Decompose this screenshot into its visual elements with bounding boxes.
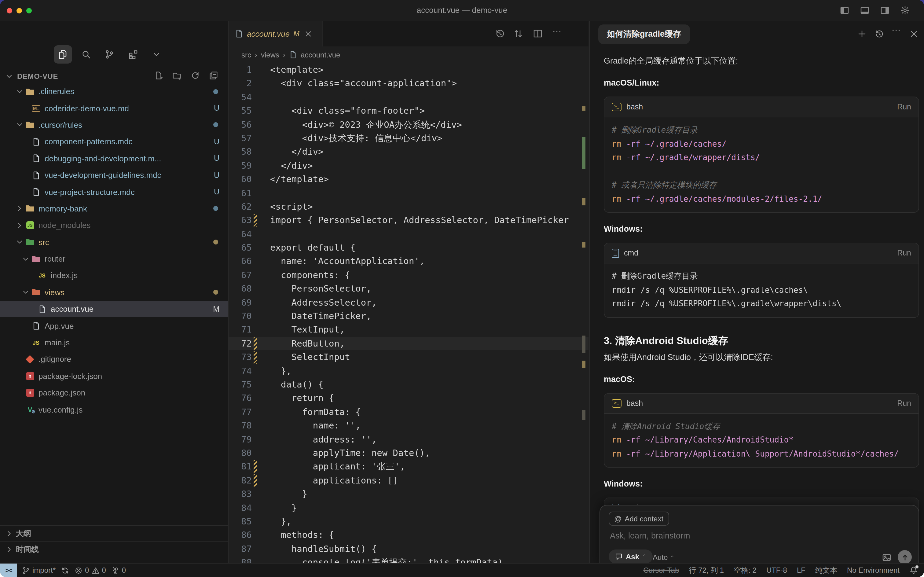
add-context-chip[interactable]: @ Add context	[608, 512, 669, 525]
code-line[interactable]: 79 address: '',	[229, 432, 589, 446]
code-line[interactable]: 78 name: '',	[229, 419, 589, 432]
files-icon[interactable]	[58, 50, 68, 59]
code-line[interactable]: 74 },	[229, 364, 589, 378]
code-line[interactable]: 67 components: {	[229, 268, 589, 282]
breadcrumb-item[interactable]: views	[261, 50, 279, 59]
more-views-chevron-icon[interactable]	[151, 50, 161, 59]
tree-item-src[interactable]: src	[0, 234, 228, 251]
status-item[interactable]: No Environment	[847, 566, 900, 575]
code-line[interactable]: 85 },	[229, 515, 589, 529]
code-line[interactable]: 55 <div class="form-footer">	[229, 104, 589, 118]
code-line[interactable]: 2 <div class="account-application">	[229, 77, 589, 90]
code-line[interactable]: 71 TextInput,	[229, 323, 589, 337]
status-item[interactable]: Cursor Tab	[644, 566, 679, 575]
send-button[interactable]	[898, 550, 912, 564]
outline-section[interactable]: 大纲	[0, 525, 228, 542]
code-block-body[interactable]: # 删除Gradle缓存目录rm -rf ~/.gradle/caches/rm…	[604, 118, 919, 212]
code-line[interactable]: 65export default {	[229, 241, 589, 255]
tab-account-vue[interactable]: account.vue M	[229, 21, 323, 47]
tree-item-.clinerules[interactable]: .clinerules	[0, 83, 228, 100]
tree-item-main.js[interactable]: JSmain.js	[0, 334, 228, 351]
code-line[interactable]: 62<script>	[229, 200, 589, 214]
tree-item-App.vue[interactable]: App.vue	[0, 318, 228, 334]
chat-history-icon[interactable]	[874, 29, 884, 39]
run-button[interactable]: Run	[897, 399, 911, 408]
code-line[interactable]: 58 </div>	[229, 145, 589, 159]
code-line[interactable]: 60</template>	[229, 172, 589, 186]
code-line[interactable]: 69 AddressSelector,	[229, 295, 589, 309]
toggle-panel-icon[interactable]	[860, 5, 869, 15]
chat-input-box[interactable]: @ Add context Ask, learn, brainstorm Ask…	[599, 505, 919, 564]
code-line[interactable]: 76 return {	[229, 392, 589, 405]
remote-indicator[interactable]: ><	[0, 564, 17, 577]
tree-item-component-patterns.mdc[interactable]: component-patterns.mdcU	[0, 133, 228, 150]
code-line[interactable]: 88 console.log('表单提交:', this.formData)	[229, 556, 589, 564]
git-branch-item[interactable]: import*	[22, 566, 56, 575]
tree-item-views[interactable]: views	[0, 284, 228, 301]
problems-item[interactable]: 0 0	[74, 566, 106, 575]
new-chat-icon[interactable]	[857, 29, 866, 39]
run-button[interactable]: Run	[897, 103, 911, 111]
status-item[interactable]: 纯文本	[815, 565, 837, 575]
code-line[interactable]: 83 }	[229, 487, 589, 501]
tree-item-.cursor-rules[interactable]: .cursor/rules	[0, 117, 228, 134]
tree-item-.gitignore[interactable]: .gitignore	[0, 351, 228, 368]
code-line[interactable]: 59 </div>	[229, 159, 589, 172]
tree-item-vue-development-guidelines.mdc[interactable]: vue-development-guidelines.mdcU	[0, 167, 228, 184]
ports-item[interactable]: 0	[111, 566, 126, 575]
new-folder-icon[interactable]	[172, 71, 182, 80]
chat-more-icon[interactable]: ⋯	[892, 24, 901, 35]
code-line[interactable]: 86 methods: {	[229, 529, 589, 542]
breadcrumb[interactable]: src› views› account.vue	[241, 47, 340, 63]
code-line[interactable]: 66 name: 'AccountApplication',	[229, 255, 589, 268]
tree-item-router[interactable]: router	[0, 251, 228, 268]
status-item[interactable]: LF	[797, 566, 805, 575]
more-actions-icon[interactable]: ⋯	[552, 26, 562, 37]
source-control-icon[interactable]	[105, 50, 114, 59]
code-line[interactable]: 87 handleSubmit() {	[229, 542, 589, 556]
tree-item-vue.config.js[interactable]: Vvue.config.js	[0, 401, 228, 418]
timeline-history-icon[interactable]	[495, 29, 505, 39]
code-line[interactable]: 57 <div>技术支持: 信息中心</div>	[229, 131, 589, 145]
code-line[interactable]: 64	[229, 227, 589, 241]
notifications-bell[interactable]	[910, 566, 918, 575]
code-line[interactable]: 77 formData: {	[229, 405, 589, 419]
model-selector[interactable]: Auto ⌃	[653, 553, 674, 562]
code-line[interactable]: 63import { PersonSelector, AddressSelect…	[229, 214, 589, 227]
tree-item-memory-bank[interactable]: memory-bank	[0, 200, 228, 217]
code-block-body[interactable]: # 清除Android Studio缓存rm -rf ~/Library/Cac…	[604, 414, 919, 467]
chat-tab[interactable]: 如何清除gradle缓存	[598, 24, 690, 44]
tree-item-node-modules[interactable]: JSnode_modules	[0, 217, 228, 234]
tree-item-vue-project-structure.mdc[interactable]: vue-project-structure.mdcU	[0, 184, 228, 200]
ask-mode-selector[interactable]: Ask ⌃	[608, 550, 652, 564]
breadcrumb-item[interactable]: src	[241, 50, 251, 59]
toggle-right-sidebar-icon[interactable]	[880, 5, 890, 15]
run-button[interactable]: Run	[897, 249, 911, 257]
status-item[interactable]: 行 72, 列 1	[689, 565, 724, 575]
timeline-section[interactable]: 时间线	[0, 541, 228, 558]
code-line[interactable]: 56 <div>© 2023 企业OA办公系统</div>	[229, 118, 589, 131]
tree-item-index.js[interactable]: JSindex.js	[0, 268, 228, 284]
explorer-header[interactable]: DEMO-VUE	[5, 70, 58, 83]
search-icon[interactable]	[81, 50, 91, 59]
status-item[interactable]: UTF-8	[766, 566, 787, 575]
compare-changes-icon[interactable]	[514, 29, 523, 39]
chat-input-placeholder[interactable]: Ask, learn, brainstorm	[610, 531, 690, 540]
code-block-body[interactable]: # 删除Gradle缓存目录rmdir /s /q %USERPROFILE%\…	[604, 263, 919, 317]
toggle-left-sidebar-icon[interactable]	[840, 5, 850, 15]
settings-gear-icon[interactable]	[900, 5, 910, 15]
extensions-icon[interactable]	[128, 50, 138, 59]
tree-item-package-lock.json[interactable]: npackage-lock.json	[0, 367, 228, 384]
code-line[interactable]: 61	[229, 186, 589, 200]
split-editor-icon[interactable]	[533, 29, 542, 39]
tree-item-coderider-demo-vue.md[interactable]: M↓coderider-demo-vue.mdU	[0, 100, 228, 117]
code-line[interactable]: 73 SelectInput	[229, 350, 589, 364]
breadcrumb-item[interactable]: account.vue	[301, 50, 340, 59]
code-line[interactable]: 84 }	[229, 501, 589, 515]
code-line-current[interactable]: 72 RedButton,	[229, 337, 589, 351]
tree-item-account.vue[interactable]: account.vueM	[0, 301, 228, 318]
sync-button[interactable]	[61, 566, 69, 574]
code-line[interactable]: 54	[229, 90, 589, 104]
code-line[interactable]: 82 applications: []	[229, 474, 589, 487]
attach-image-icon[interactable]	[882, 553, 892, 562]
